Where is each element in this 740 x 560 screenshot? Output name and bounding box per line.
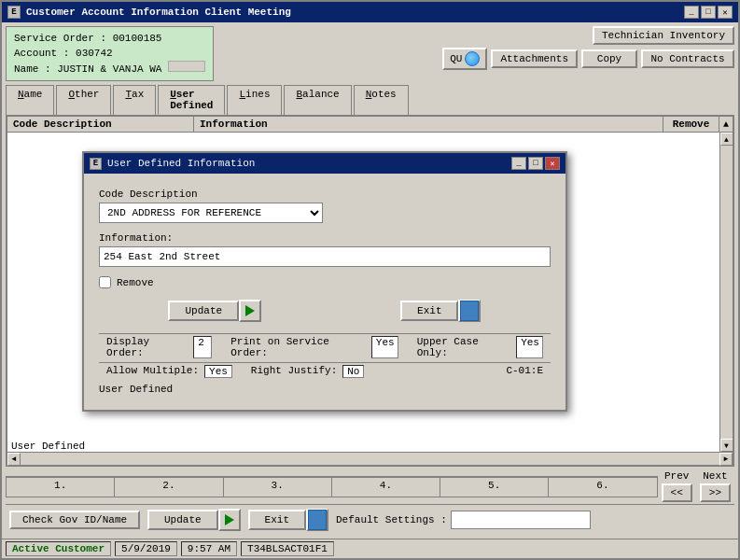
attachments-button[interactable]: Attachments [491, 49, 578, 68]
meta-row-2: Allow Multiple: Yes Right Justify: No C-… [99, 362, 551, 380]
qu-button[interactable]: QU [442, 48, 487, 70]
account-value: 030742 [76, 48, 113, 59]
update-btn-group: Update [168, 300, 261, 322]
bottom-exit-square[interactable] [306, 509, 328, 531]
bottom-blue-square-icon [308, 510, 327, 530]
display-order-label: Display Order: [106, 336, 188, 358]
modal-title-left: E User Defined Information [90, 158, 255, 170]
prev-button[interactable]: << [662, 483, 692, 502]
close-button[interactable]: ✕ [718, 6, 733, 19]
right-justify-value: No [342, 365, 364, 378]
tabs-row: Name Other Tax UserDefined Lines Balance… [6, 85, 734, 115]
no-contracts-button[interactable]: No Contracts [641, 49, 734, 68]
remove-checkbox[interactable] [99, 276, 111, 288]
allow-multiple-item: Allow Multiple: Yes [106, 365, 232, 378]
name-value: JUSTIN & VANJA WA [57, 63, 161, 75]
account-label: Account : [14, 48, 69, 59]
code-description-select[interactable]: 2ND ADDRESS FOR REFERENCE [99, 203, 323, 223]
top-right-row-1: Technician Inventory [593, 26, 734, 45]
bottom-arrow-right-icon [225, 514, 234, 525]
active-customer-status: Active Customer [6, 541, 111, 556]
bottom-update-group: Update [147, 509, 241, 531]
print-on-service-label: Print on Service Order: [230, 336, 366, 358]
service-info-box: Service Order : 00100185 Account : 03074… [6, 26, 214, 81]
main-content: Service Order : 00100185 Account : 03074… [2, 22, 738, 539]
update-arrow-button[interactable] [239, 300, 261, 322]
modal-update-button[interactable]: Update [168, 301, 239, 321]
default-settings-input[interactable] [451, 511, 591, 529]
modal-exit-button[interactable]: Exit [400, 301, 458, 321]
code-description-select-row: 2ND ADDRESS FOR REFERENCE [99, 203, 551, 223]
arrow-right-icon [245, 305, 255, 316]
name-line: Name : JUSTIN & VANJA WA [14, 61, 205, 77]
scroll-down-button[interactable]: ▼ [720, 439, 733, 452]
user-defined-footer-label: User Defined [99, 384, 173, 395]
scroll-up-arrow[interactable]: ▲ [719, 117, 733, 132]
default-settings-section: Default Settings : [336, 511, 591, 529]
technician-inventory-button[interactable]: Technician Inventory [593, 26, 734, 45]
modal-footer: User Defined [99, 384, 551, 395]
modal-icon: E [90, 158, 102, 170]
code-description-group: Code Description 2ND ADDRESS FOR REFEREN… [99, 189, 551, 223]
tab-notes[interactable]: Notes [354, 85, 409, 115]
col-header-code-description: Code Description [7, 117, 194, 132]
bottom-exit-group: Exit [248, 509, 328, 531]
print-on-service-item: Print on Service Order: Yes [230, 336, 398, 358]
qu-circle-icon [465, 51, 480, 66]
time-status: 9:57 AM [181, 541, 237, 556]
bottom-bar: Check Gov ID/Name Update Exit Default Se… [6, 504, 734, 535]
modal-minimize-button[interactable]: _ [511, 157, 526, 170]
scroll-right-button[interactable]: ► [719, 453, 733, 466]
remove-label: Remove [117, 277, 154, 288]
tab-balance[interactable]: Balance [284, 85, 351, 115]
information-input[interactable] [99, 246, 551, 267]
numbering-row: 1. 2. 3. 4. 5. 6. [6, 476, 658, 497]
minimize-button[interactable]: _ [684, 6, 699, 19]
display-order-value: 2 [193, 336, 212, 358]
next-button[interactable]: >> [700, 483, 731, 502]
tab-other[interactable]: Other [56, 85, 111, 115]
tab-name[interactable]: Name [6, 85, 54, 115]
upper-case-item: Upper Case Only: Yes [417, 336, 543, 358]
bottom-exit-button[interactable]: Exit [248, 510, 306, 530]
remove-checkbox-row: Remove [99, 276, 551, 288]
copy-button[interactable]: Copy [581, 49, 637, 68]
horizontal-scrollbar[interactable]: ◄ ► [7, 452, 733, 465]
bottom-update-arrow[interactable] [218, 509, 241, 531]
code-description-label: Code Description [99, 189, 551, 200]
tab-user-defined[interactable]: UserDefined [158, 85, 225, 115]
tab-tax[interactable]: Tax [113, 85, 156, 115]
modal-close-button[interactable]: ✕ [545, 157, 560, 170]
num-cell-3: 3. [224, 478, 332, 497]
exit-btn-group: Exit [400, 300, 481, 322]
print-on-service-value: Yes [371, 336, 398, 358]
right-justify-item: Right Justify: No [251, 365, 365, 378]
num-cell-6: 6. [549, 478, 656, 497]
table-body: ▲ ▼ E User Defined Information [7, 133, 733, 452]
scroll-left-button[interactable]: ◄ [7, 453, 21, 466]
modal-body: Code Description 2ND ADDRESS FOR REFEREN… [84, 174, 565, 410]
num-cell-1: 1. [7, 478, 115, 497]
tab-lines[interactable]: Lines [227, 85, 282, 115]
top-right-row-2: QU Attachments Copy No Contracts [442, 48, 734, 70]
code-status: T34BLSACT01F1 [241, 541, 334, 556]
check-gov-button[interactable]: Check Gov ID/Name [9, 511, 140, 529]
maximize-button[interactable]: □ [701, 6, 716, 19]
name-redacted [168, 61, 205, 72]
scroll-up-button[interactable]: ▲ [720, 133, 733, 146]
upper-case-value: Yes [516, 336, 543, 358]
modal-maximize-button[interactable]: □ [528, 157, 543, 170]
exit-blue-square[interactable] [458, 300, 481, 322]
modal-title-controls: _ □ ✕ [511, 157, 560, 170]
col-header-remove: Remove [663, 117, 719, 132]
num-cell-5: 5. [440, 478, 549, 497]
num-cell-2: 2. [115, 478, 223, 497]
bottom-update-button[interactable]: Update [147, 510, 218, 530]
vertical-scrollbar[interactable]: ▲ ▼ [719, 133, 733, 452]
col-header-information: Information [194, 117, 663, 132]
top-section: Service Order : 00100185 Account : 03074… [6, 26, 734, 81]
allow-multiple-value: Yes [204, 365, 232, 378]
numbering-nav-section: 1. 2. 3. 4. 5. 6. Prev << Next >> [6, 469, 734, 504]
service-order-label: Service Order : [14, 33, 106, 44]
prev-label: Prev [664, 470, 689, 482]
